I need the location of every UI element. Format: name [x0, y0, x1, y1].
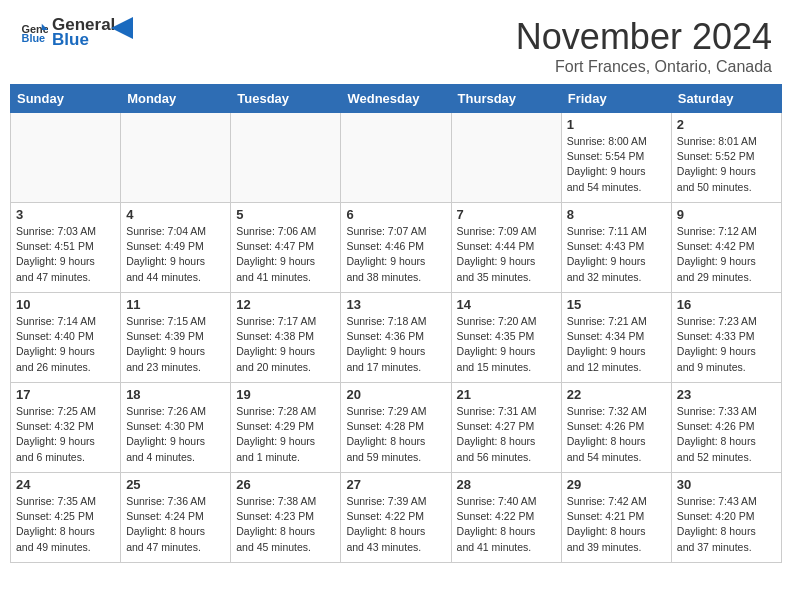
- calendar-cell: 23Sunrise: 7:33 AM Sunset: 4:26 PM Dayli…: [671, 383, 781, 473]
- day-number: 12: [236, 297, 335, 312]
- day-info: Sunrise: 8:01 AM Sunset: 5:52 PM Dayligh…: [677, 134, 776, 195]
- day-info: Sunrise: 7:23 AM Sunset: 4:33 PM Dayligh…: [677, 314, 776, 375]
- day-number: 15: [567, 297, 666, 312]
- calendar-cell: 22Sunrise: 7:32 AM Sunset: 4:26 PM Dayli…: [561, 383, 671, 473]
- calendar-cell: 3Sunrise: 7:03 AM Sunset: 4:51 PM Daylig…: [11, 203, 121, 293]
- day-info: Sunrise: 7:36 AM Sunset: 4:24 PM Dayligh…: [126, 494, 225, 555]
- calendar-cell: 12Sunrise: 7:17 AM Sunset: 4:38 PM Dayli…: [231, 293, 341, 383]
- calendar-cell: 7Sunrise: 7:09 AM Sunset: 4:44 PM Daylig…: [451, 203, 561, 293]
- logo-icon: General Blue: [20, 19, 48, 47]
- day-info: Sunrise: 7:21 AM Sunset: 4:34 PM Dayligh…: [567, 314, 666, 375]
- day-number: 5: [236, 207, 335, 222]
- calendar-cell: 4Sunrise: 7:04 AM Sunset: 4:49 PM Daylig…: [121, 203, 231, 293]
- calendar-week-row: 1Sunrise: 8:00 AM Sunset: 5:54 PM Daylig…: [11, 113, 782, 203]
- calendar-day-header: Thursday: [451, 85, 561, 113]
- day-info: Sunrise: 7:38 AM Sunset: 4:23 PM Dayligh…: [236, 494, 335, 555]
- calendar-cell: 1Sunrise: 8:00 AM Sunset: 5:54 PM Daylig…: [561, 113, 671, 203]
- calendar-day-header: Wednesday: [341, 85, 451, 113]
- calendar-cell: 30Sunrise: 7:43 AM Sunset: 4:20 PM Dayli…: [671, 473, 781, 563]
- day-number: 28: [457, 477, 556, 492]
- day-info: Sunrise: 7:04 AM Sunset: 4:49 PM Dayligh…: [126, 224, 225, 285]
- calendar-week-row: 3Sunrise: 7:03 AM Sunset: 4:51 PM Daylig…: [11, 203, 782, 293]
- day-info: Sunrise: 7:12 AM Sunset: 4:42 PM Dayligh…: [677, 224, 776, 285]
- calendar-cell: [231, 113, 341, 203]
- day-info: Sunrise: 7:18 AM Sunset: 4:36 PM Dayligh…: [346, 314, 445, 375]
- day-info: Sunrise: 7:14 AM Sunset: 4:40 PM Dayligh…: [16, 314, 115, 375]
- day-number: 29: [567, 477, 666, 492]
- day-number: 21: [457, 387, 556, 402]
- day-number: 19: [236, 387, 335, 402]
- calendar-header-row: SundayMondayTuesdayWednesdayThursdayFrid…: [11, 85, 782, 113]
- calendar-cell: 9Sunrise: 7:12 AM Sunset: 4:42 PM Daylig…: [671, 203, 781, 293]
- page-header: General Blue General Blue November 2024 …: [0, 0, 792, 84]
- day-info: Sunrise: 7:42 AM Sunset: 4:21 PM Dayligh…: [567, 494, 666, 555]
- day-info: Sunrise: 7:11 AM Sunset: 4:43 PM Dayligh…: [567, 224, 666, 285]
- calendar-cell: 13Sunrise: 7:18 AM Sunset: 4:36 PM Dayli…: [341, 293, 451, 383]
- calendar-week-row: 10Sunrise: 7:14 AM Sunset: 4:40 PM Dayli…: [11, 293, 782, 383]
- day-number: 30: [677, 477, 776, 492]
- calendar-cell: 14Sunrise: 7:20 AM Sunset: 4:35 PM Dayli…: [451, 293, 561, 383]
- day-number: 16: [677, 297, 776, 312]
- day-number: 3: [16, 207, 115, 222]
- calendar-cell: 18Sunrise: 7:26 AM Sunset: 4:30 PM Dayli…: [121, 383, 231, 473]
- day-info: Sunrise: 7:32 AM Sunset: 4:26 PM Dayligh…: [567, 404, 666, 465]
- calendar-cell: [121, 113, 231, 203]
- day-number: 6: [346, 207, 445, 222]
- calendar-wrapper: SundayMondayTuesdayWednesdayThursdayFrid…: [0, 84, 792, 573]
- calendar-cell: [451, 113, 561, 203]
- calendar-day-header: Monday: [121, 85, 231, 113]
- day-info: Sunrise: 7:09 AM Sunset: 4:44 PM Dayligh…: [457, 224, 556, 285]
- calendar-cell: 26Sunrise: 7:38 AM Sunset: 4:23 PM Dayli…: [231, 473, 341, 563]
- calendar-cell: 10Sunrise: 7:14 AM Sunset: 4:40 PM Dayli…: [11, 293, 121, 383]
- logo-arrow-icon: [111, 17, 133, 39]
- calendar-cell: [11, 113, 121, 203]
- day-number: 23: [677, 387, 776, 402]
- calendar-cell: 6Sunrise: 7:07 AM Sunset: 4:46 PM Daylig…: [341, 203, 451, 293]
- day-info: Sunrise: 8:00 AM Sunset: 5:54 PM Dayligh…: [567, 134, 666, 195]
- day-info: Sunrise: 7:43 AM Sunset: 4:20 PM Dayligh…: [677, 494, 776, 555]
- day-info: Sunrise: 7:33 AM Sunset: 4:26 PM Dayligh…: [677, 404, 776, 465]
- day-number: 9: [677, 207, 776, 222]
- logo-blue-text: Blue: [52, 31, 115, 50]
- day-info: Sunrise: 7:31 AM Sunset: 4:27 PM Dayligh…: [457, 404, 556, 465]
- calendar-cell: 21Sunrise: 7:31 AM Sunset: 4:27 PM Dayli…: [451, 383, 561, 473]
- calendar-cell: 20Sunrise: 7:29 AM Sunset: 4:28 PM Dayli…: [341, 383, 451, 473]
- calendar-cell: 15Sunrise: 7:21 AM Sunset: 4:34 PM Dayli…: [561, 293, 671, 383]
- calendar-cell: 16Sunrise: 7:23 AM Sunset: 4:33 PM Dayli…: [671, 293, 781, 383]
- day-number: 27: [346, 477, 445, 492]
- calendar-day-header: Friday: [561, 85, 671, 113]
- day-info: Sunrise: 7:29 AM Sunset: 4:28 PM Dayligh…: [346, 404, 445, 465]
- day-number: 20: [346, 387, 445, 402]
- day-number: 22: [567, 387, 666, 402]
- day-info: Sunrise: 7:25 AM Sunset: 4:32 PM Dayligh…: [16, 404, 115, 465]
- day-info: Sunrise: 7:20 AM Sunset: 4:35 PM Dayligh…: [457, 314, 556, 375]
- day-number: 13: [346, 297, 445, 312]
- calendar-cell: 2Sunrise: 8:01 AM Sunset: 5:52 PM Daylig…: [671, 113, 781, 203]
- calendar-cell: 27Sunrise: 7:39 AM Sunset: 4:22 PM Dayli…: [341, 473, 451, 563]
- day-number: 2: [677, 117, 776, 132]
- calendar-cell: 28Sunrise: 7:40 AM Sunset: 4:22 PM Dayli…: [451, 473, 561, 563]
- day-info: Sunrise: 7:07 AM Sunset: 4:46 PM Dayligh…: [346, 224, 445, 285]
- location-title: Fort Frances, Ontario, Canada: [516, 58, 772, 76]
- day-info: Sunrise: 7:26 AM Sunset: 4:30 PM Dayligh…: [126, 404, 225, 465]
- calendar-week-row: 24Sunrise: 7:35 AM Sunset: 4:25 PM Dayli…: [11, 473, 782, 563]
- day-number: 26: [236, 477, 335, 492]
- calendar-day-header: Tuesday: [231, 85, 341, 113]
- calendar-cell: 25Sunrise: 7:36 AM Sunset: 4:24 PM Dayli…: [121, 473, 231, 563]
- day-number: 4: [126, 207, 225, 222]
- calendar-cell: 29Sunrise: 7:42 AM Sunset: 4:21 PM Dayli…: [561, 473, 671, 563]
- title-block: November 2024 Fort Frances, Ontario, Can…: [516, 16, 772, 76]
- day-info: Sunrise: 7:06 AM Sunset: 4:47 PM Dayligh…: [236, 224, 335, 285]
- calendar-cell: 24Sunrise: 7:35 AM Sunset: 4:25 PM Dayli…: [11, 473, 121, 563]
- day-info: Sunrise: 7:15 AM Sunset: 4:39 PM Dayligh…: [126, 314, 225, 375]
- day-info: Sunrise: 7:40 AM Sunset: 4:22 PM Dayligh…: [457, 494, 556, 555]
- month-title: November 2024: [516, 16, 772, 58]
- day-number: 7: [457, 207, 556, 222]
- day-info: Sunrise: 7:28 AM Sunset: 4:29 PM Dayligh…: [236, 404, 335, 465]
- day-number: 11: [126, 297, 225, 312]
- day-number: 10: [16, 297, 115, 312]
- day-info: Sunrise: 7:17 AM Sunset: 4:38 PM Dayligh…: [236, 314, 335, 375]
- day-number: 25: [126, 477, 225, 492]
- day-number: 17: [16, 387, 115, 402]
- calendar-table: SundayMondayTuesdayWednesdayThursdayFrid…: [10, 84, 782, 563]
